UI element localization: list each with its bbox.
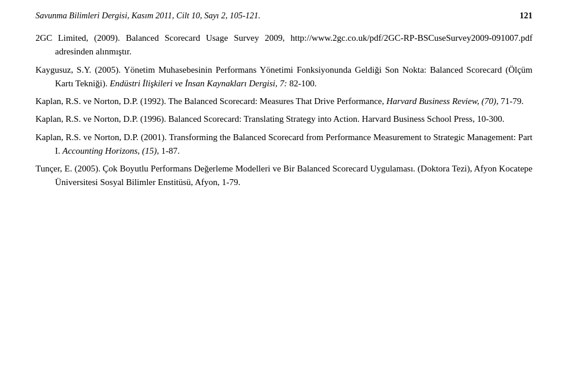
reference-5: Kaplan, R.S. ve Norton, D.P. (2001). Tra…	[36, 131, 532, 158]
reference-1: 2GC Limited, (2009). Balanced Scorecard …	[36, 31, 532, 59]
reference-2: Kaygusuz, S.Y. (2005). Yönetim Muhasebes…	[36, 63, 532, 91]
ref1-text: 2GC Limited, (2009). Balanced Scorecard …	[36, 33, 532, 56]
ref5-text: Kaplan, R.S. ve Norton, D.P. (2001). Tra…	[36, 132, 532, 155]
ref3-italic: Harvard Business Review, (70),	[386, 96, 499, 106]
reference-3: Kaplan, R.S. ve Norton, D.P. (1992). The…	[36, 95, 532, 108]
ref6-text: Tunçer, E. (2005). Çok Boyutlu Performan…	[36, 164, 532, 187]
ref3-text: Kaplan, R.S. ve Norton, D.P. (1992). The…	[36, 96, 524, 106]
ref2-italic: Endüstri İlişkileri ve İnsan Kaynakları …	[109, 79, 287, 88]
journal-title: Savunma Bilimleri Dergisi, Kasım 2011, C…	[36, 11, 509, 21]
page-container: Savunma Bilimleri Dergisi, Kasım 2011, C…	[0, 0, 568, 392]
ref5-italic: Accounting Horizons, (15),	[63, 146, 159, 155]
page-number: 121	[509, 11, 532, 21]
ref4-text: Kaplan, R.S. ve Norton, D.P. (1996). Bal…	[36, 114, 504, 124]
content-area: 2GC Limited, (2009). Balanced Scorecard …	[36, 31, 532, 190]
ref2-text: Kaygusuz, S.Y. (2005). Yönetim Muhasebes…	[36, 65, 532, 88]
reference-4: Kaplan, R.S. ve Norton, D.P. (1996). Bal…	[36, 112, 532, 126]
reference-6: Tunçer, E. (2005). Çok Boyutlu Performan…	[36, 162, 532, 190]
header-row: Savunma Bilimleri Dergisi, Kasım 2011, C…	[36, 11, 532, 21]
